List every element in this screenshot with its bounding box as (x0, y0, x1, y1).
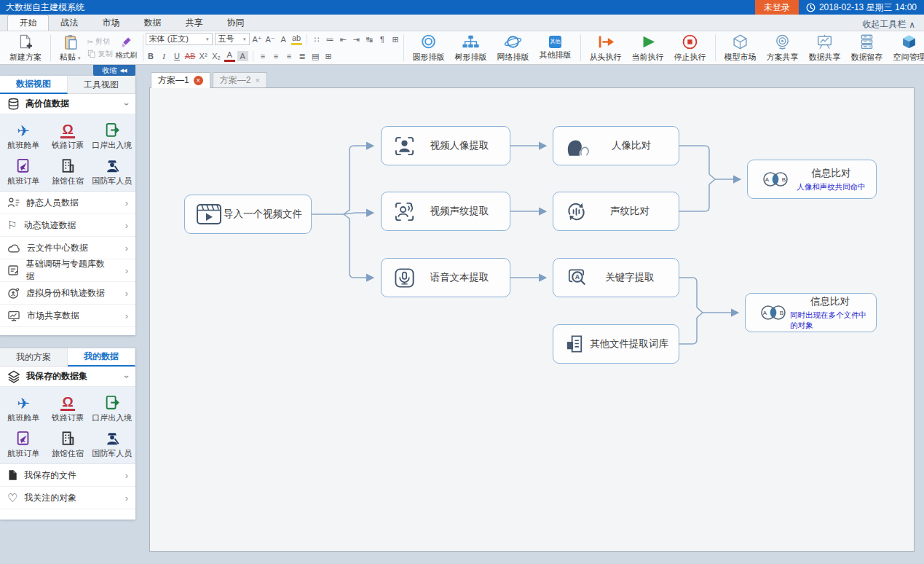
align-center-icon[interactable]: ≡ (271, 51, 282, 61)
dataset-border-entry[interactable]: 口岸出入境 (90, 390, 134, 423)
ribbon-tab-market[interactable]: 市场 (90, 15, 132, 31)
node-face-compare[interactable]: 人像比对 (553, 126, 679, 165)
dataset-flight-order[interactable]: 航班订单 (1, 153, 46, 187)
superscript-icon[interactable]: X² (198, 51, 209, 61)
italic-icon[interactable]: I (159, 51, 170, 61)
hotel-building-icon (60, 430, 76, 447)
shading-icon[interactable]: ▤ (310, 51, 321, 61)
distribute-icon[interactable]: ↹ (364, 34, 375, 44)
insert-table-icon[interactable]: ⊞ (390, 34, 401, 44)
justify-icon[interactable]: ≣ (297, 51, 308, 61)
format-painter-button[interactable]: 格式刷 (116, 50, 138, 60)
align-left-icon[interactable]: ≡ (258, 51, 269, 61)
plan-tab-2[interactable]: 方案—2 × (213, 72, 267, 87)
space-manage-button[interactable]: 空间管理 (890, 33, 924, 63)
node-video-voiceprint-extract[interactable]: 视频声纹提取 (381, 192, 510, 231)
stop-execution-button[interactable]: 停止执行 (671, 33, 710, 63)
circle-layout-button[interactable]: 圆形排版 (409, 33, 449, 63)
shrink-font-icon[interactable]: A⁻ (265, 34, 276, 44)
section-saved-datasets[interactable]: 我保存的数据集 › (0, 367, 135, 387)
grow-font-icon[interactable]: A⁺ (252, 34, 263, 44)
font-color-icon[interactable]: A (224, 50, 235, 62)
list-item-followed-objects[interactable]: ♡ 我关注的对象› (0, 487, 135, 509)
close-tab-icon[interactable]: × (255, 76, 259, 85)
copy-button[interactable]: 复制 (87, 49, 113, 59)
char-shading-icon[interactable]: A (237, 51, 248, 61)
tab-my-plans[interactable]: 我的方案 (0, 348, 68, 367)
sidebar-collapse-button[interactable]: 收缩◀◀ (93, 65, 135, 76)
dataset-rail-ticket[interactable]: Ω铁路订票 (46, 117, 90, 151)
plan-share-button[interactable]: 方案共享 (763, 33, 802, 63)
node-speech-to-text[interactable]: 语音文本提取 (381, 258, 510, 297)
tab-data-view[interactable]: 数据视图 (0, 76, 68, 94)
node-other-files-lexicon[interactable]: 其他文件提取词库 (553, 324, 679, 364)
list-item-dynamic-track[interactable]: ⚐ 动态轨迹数据› (0, 214, 135, 237)
list-item-survey-library[interactable]: 基础调研与专题库数据› (0, 259, 135, 282)
indent-icon[interactable]: ⇥ (351, 34, 362, 44)
close-tab-icon[interactable]: × (194, 76, 203, 85)
outdent-icon[interactable]: ⇤ (338, 34, 349, 44)
dataset-military-personnel[interactable]: 国防军人员 (90, 426, 134, 459)
run-current-button[interactable]: 当前执行 (628, 33, 668, 63)
collapse-toolbar-button[interactable]: 收起工具栏∧ (862, 18, 924, 31)
dataset-border-entry[interactable]: 口岸出入境 (90, 117, 134, 151)
list-item-static-person[interactable]: 静态人员数据› (0, 192, 135, 214)
other-layout-button[interactable]: 其他 其他排版 (536, 33, 575, 63)
network-layout-button[interactable]: 网络排版 (494, 33, 533, 63)
datetime-text: 2018-02-13 星期三 14:00 (819, 1, 917, 14)
node-voiceprint-compare[interactable]: 声纹比对 (553, 192, 679, 231)
list-item-virtual-identity[interactable]: 虚拟身份和轨迹数据› (0, 282, 135, 305)
bullets-icon[interactable]: ∷ (312, 34, 323, 44)
dataset-military-personnel[interactable]: 国防军人员 (90, 153, 134, 187)
model-market-button[interactable]: 模型市场 (721, 33, 760, 63)
tab-my-data[interactable]: 我的数据 (68, 348, 135, 367)
ribbon-tab-tactics[interactable]: 战法 (49, 15, 90, 31)
list-item-market-shared[interactable]: 市场共享数据› (0, 305, 135, 327)
dataset-rail-ticket[interactable]: Ω铁路订票 (46, 390, 90, 423)
dataset-hotel-stay[interactable]: 旅馆住宿 (46, 426, 90, 459)
align-right-icon[interactable]: ≡ (284, 51, 295, 61)
run-from-start-button[interactable]: 从头执行 (586, 33, 625, 63)
ribbon-tab-share[interactable]: 共享 (173, 15, 215, 31)
numbering-icon[interactable]: ≔ (325, 34, 336, 44)
dataset-flight-order[interactable]: 航班订单 (1, 426, 46, 459)
tree-layout-button[interactable]: 树形排版 (451, 33, 491, 63)
section-high-value-data[interactable]: 高价值数据 › (0, 94, 135, 114)
strikethrough-icon[interactable]: AB (185, 51, 196, 61)
dataset-flight-manifest[interactable]: ✈航班舱单 (1, 390, 46, 423)
panel2-tabs: 我的方案 我的数据 (0, 348, 135, 367)
ribbon-tab-start[interactable]: 开始 (7, 15, 49, 31)
paste-button[interactable]: 粘贴 ▾ (56, 33, 84, 63)
ribbon-tab-collab[interactable]: 协同 (215, 15, 256, 31)
node-info-compare-1[interactable]: AB 信息比对 人像和声纹共同命中 (747, 160, 877, 199)
dataset-flight-manifest[interactable]: ✈航班舱单 (1, 117, 46, 151)
data-retention-button[interactable]: 数据留存 (848, 33, 887, 63)
bold-icon[interactable]: B (146, 51, 157, 61)
workspace: 收缩◀◀ 数据视图 工具视图 高价值数据 › ✈航班舱单 Ω铁路订票 口岸出入境 (0, 65, 924, 564)
list-item-cloud-files[interactable]: 云文件中心数据› (0, 237, 135, 259)
new-plan-button[interactable]: 新建方案 (6, 33, 45, 63)
underline-icon[interactable]: U (172, 51, 183, 61)
login-status-badge[interactable]: 未登录 (755, 0, 799, 15)
data-share-button[interactable]: 数据共享 (805, 33, 845, 63)
node-import-video-file[interactable]: 导入一个视频文件 (184, 195, 312, 234)
svg-text:A: A (575, 273, 580, 281)
paragraph-mark-icon[interactable]: ¶ (377, 34, 388, 44)
list-item-saved-files[interactable]: 我保存的文件› (0, 464, 135, 487)
ribbon-tab-data[interactable]: 数据 (132, 15, 173, 31)
node-video-face-extract[interactable]: 视频人像提取 (381, 126, 510, 165)
cut-button[interactable]: ✂剪切 (87, 36, 113, 47)
font-family-select[interactable]: 宋体 (正文)▾ (146, 33, 213, 45)
flow-canvas[interactable]: 导入一个视频文件 视频人像提取 视频声纹提取 语音文本提取 人像 (149, 87, 915, 552)
node-keyword-extract[interactable]: A 关键字提取 (553, 258, 679, 297)
tab-tool-view[interactable]: 工具视图 (68, 76, 135, 94)
plan-tab-1[interactable]: 方案—1 × (151, 72, 210, 88)
dataset-hotel-stay[interactable]: 旅馆住宿 (46, 153, 90, 187)
change-case-icon[interactable]: A (278, 34, 289, 44)
clear-format-icon[interactable]: ab (291, 33, 302, 45)
chevron-right-icon: › (125, 493, 128, 504)
subscript-icon[interactable]: X₂ (211, 51, 222, 61)
font-size-select[interactable]: 五号▾ (215, 33, 250, 45)
borders-icon[interactable]: ⊞ (323, 51, 334, 61)
node-info-compare-2[interactable]: AB 信息比对 同时出现在多个文件中的对象 (745, 293, 877, 332)
